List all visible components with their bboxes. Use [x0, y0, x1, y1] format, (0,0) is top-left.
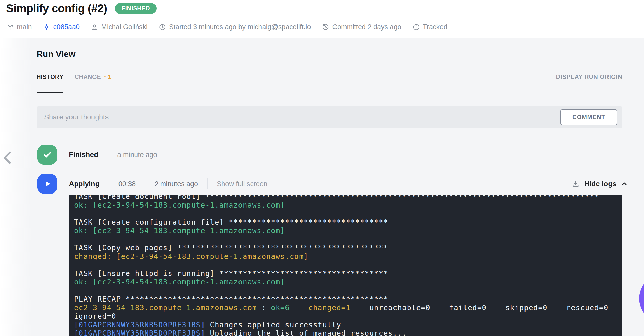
change-count: ~1	[104, 74, 111, 80]
chevron-left-icon	[2, 151, 13, 164]
status-badge: FINISHED	[115, 3, 157, 14]
divider	[58, 169, 622, 169]
show-full-screen-link[interactable]: Show full screen	[217, 180, 267, 188]
download-logs-button[interactable]	[571, 180, 580, 188]
title-row: Simplify config (#2) FINISHED	[6, 2, 157, 15]
tabs-row: HISTORY CHANGE ~1 DISPLAY RUN ORIGIN	[37, 74, 622, 80]
check-icon	[42, 150, 52, 160]
terminal-log[interactable]: TASK [Create document root] ************…	[69, 195, 622, 336]
chevron-up-icon[interactable]	[621, 181, 628, 187]
commit-icon	[43, 23, 50, 31]
clock-icon	[159, 23, 166, 31]
applying-duration: 00:38	[118, 180, 136, 188]
commit-sha[interactable]: c085aa0	[53, 23, 80, 31]
tab-track	[37, 93, 622, 93]
tab-history[interactable]: HISTORY	[37, 74, 63, 80]
carousel-prev-button[interactable]	[1, 150, 14, 166]
divider	[207, 178, 208, 189]
tab-change[interactable]: CHANGE ~1	[75, 74, 111, 80]
run-header: Simplify config (#2) FINISHED main c085a…	[0, 0, 644, 38]
applying-time: 2 minutes ago	[154, 180, 198, 188]
run-view-panel: Run View HISTORY CHANGE ~1 DISPLAY RUN O…	[0, 38, 644, 336]
display-run-origin-button[interactable]: DISPLAY RUN ORIGIN	[556, 74, 622, 80]
applying-label: Applying	[69, 180, 100, 188]
play-icon	[43, 179, 52, 188]
committed-text: Committed 2 days ago	[332, 23, 401, 31]
divider	[145, 178, 145, 189]
started-meta: Started 3 minutes ago by michalg@spaceli…	[159, 23, 311, 31]
page-title: Simplify config (#2)	[6, 2, 107, 15]
tracking-meta: Tracked	[413, 23, 448, 31]
branch-name: main	[17, 23, 32, 31]
tracking-text: Tracked	[423, 23, 448, 31]
committed-meta: Committed 2 days ago	[322, 23, 401, 31]
applying-row: Applying 00:38 2 minutes ago Show full s…	[69, 178, 267, 189]
author-meta: Michał Goliński	[91, 23, 148, 31]
branch-icon	[7, 23, 14, 31]
finished-status-icon	[37, 145, 57, 165]
hide-logs-button[interactable]: Hide logs	[584, 180, 616, 188]
info-icon	[413, 23, 420, 31]
divider	[109, 178, 109, 189]
branch-meta: main	[7, 23, 32, 31]
tab-history-label: HISTORY	[37, 74, 63, 80]
run-meta: main c085aa0 Michał Goliński Started 3 m…	[7, 23, 447, 31]
divider	[108, 149, 108, 160]
download-icon[interactable]	[571, 180, 580, 188]
comment-input[interactable]	[37, 106, 622, 128]
finished-row: Finished a minute ago	[69, 149, 157, 160]
logs-controls: Hide logs	[571, 178, 628, 189]
applying-status-icon	[37, 174, 57, 194]
comment-button[interactable]: COMMENT	[560, 109, 617, 125]
commit-meta[interactable]: c085aa0	[43, 23, 80, 31]
tab-change-label: CHANGE	[75, 74, 101, 80]
started-text: Started 3 minutes ago by michalg@spaceli…	[169, 23, 311, 31]
tab-active-indicator	[37, 92, 63, 93]
panel-title: Run View	[37, 49, 75, 59]
user-icon	[91, 23, 98, 31]
divider	[58, 133, 622, 133]
history-icon	[322, 23, 329, 31]
finished-label: Finished	[69, 151, 98, 159]
author-name: Michał Goliński	[101, 23, 148, 31]
comment-box: COMMENT	[37, 106, 622, 128]
finished-time: a minute ago	[117, 151, 157, 159]
